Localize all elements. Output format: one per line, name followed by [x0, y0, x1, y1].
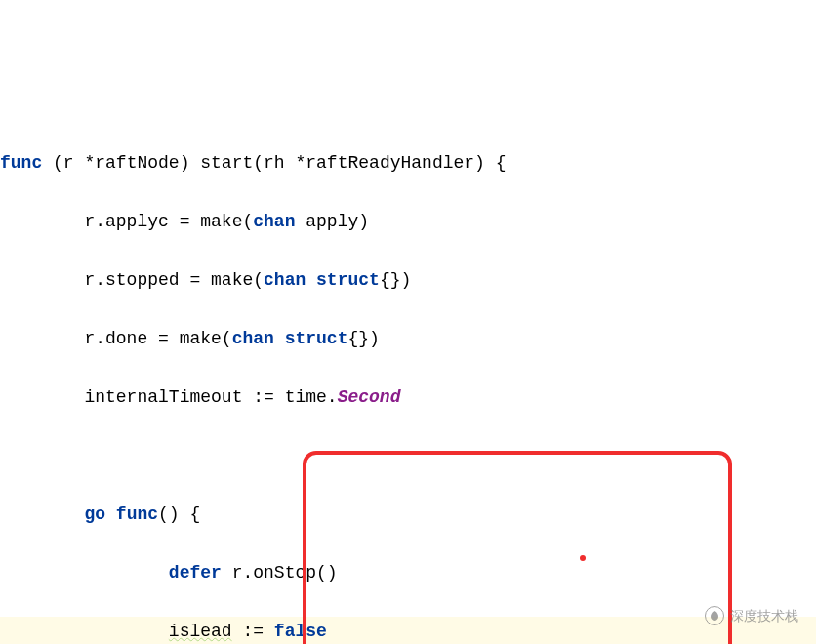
- code-line-highlighted: islead := false: [0, 617, 816, 644]
- code-editor[interactable]: func (r *raftNode) start(rh *raftReadyHa…: [0, 119, 816, 644]
- keyword-struct: struct: [306, 270, 380, 290]
- code-text: [0, 504, 84, 524]
- code-text: r.applyc = make(: [0, 212, 253, 231]
- code-text: r.done = make(: [0, 329, 232, 348]
- identifier-second: Second: [338, 387, 401, 407]
- watermark-text: 深度技术栈: [730, 601, 798, 630]
- code-text: r.stopped = make(: [0, 270, 264, 290]
- code-line: r.done = make(chan struct{}): [0, 324, 816, 353]
- code-line: [0, 441, 816, 470]
- code-text: internalTimeout := time.: [0, 387, 338, 407]
- code-text: apply): [295, 212, 369, 231]
- code-text: :=: [232, 622, 274, 641]
- code-text: {}): [347, 329, 379, 348]
- wechat-icon: [705, 606, 724, 625]
- keyword-false: false: [274, 622, 327, 641]
- annotation-dot: [580, 555, 586, 561]
- code-text: (r *raftNode) start(rh *raftReadyHandler…: [42, 153, 506, 173]
- code-line: r.stopped = make(chan struct{}): [0, 265, 816, 295]
- code-line: go func() {: [0, 500, 816, 529]
- keyword-chan: chan: [264, 270, 306, 290]
- code-line: defer r.onStop(): [0, 558, 816, 587]
- annotation-highlight-box: [303, 451, 732, 644]
- keyword-func: func: [0, 153, 42, 173]
- keyword-chan: chan: [253, 212, 295, 231]
- code-text: [0, 622, 169, 641]
- warning-squiggle: islead: [169, 622, 232, 641]
- keyword-struct: struct: [274, 329, 348, 348]
- keyword-defer: defer: [169, 563, 222, 583]
- code-text: {}): [380, 270, 411, 290]
- code-line: func (r *raftNode) start(rh *raftReadyHa…: [0, 148, 816, 178]
- keyword-go: go: [84, 504, 105, 524]
- code-line: r.applyc = make(chan apply): [0, 207, 816, 236]
- code-line: internalTimeout := time.Second: [0, 382, 816, 412]
- keyword-func: func: [105, 504, 158, 524]
- keyword-chan: chan: [232, 329, 274, 348]
- code-text: () {: [158, 504, 200, 524]
- watermark: 深度技术栈: [705, 601, 798, 630]
- code-text: [0, 563, 169, 583]
- code-text: r.onStop(): [222, 563, 338, 583]
